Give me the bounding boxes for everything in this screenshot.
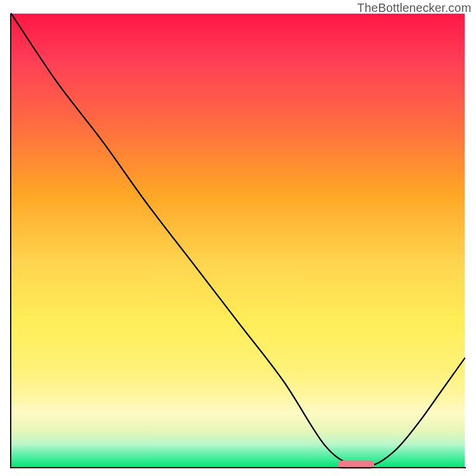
x-axis-line	[10, 467, 466, 468]
plot-area	[11, 14, 465, 467]
bottleneck-curve	[11, 14, 465, 467]
y-axis-line	[10, 14, 11, 468]
watermark-text: TheBottlenecker.com	[357, 1, 471, 15]
